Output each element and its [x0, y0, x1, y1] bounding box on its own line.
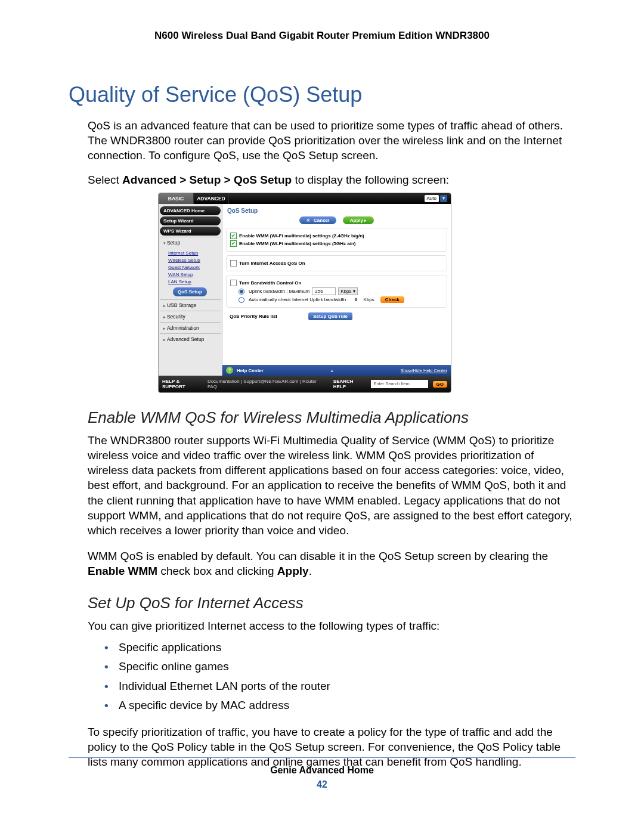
uplink-value-input[interactable]: 256 [312, 287, 336, 295]
sidebar-link-guest-network[interactable]: Guest Network [168, 265, 221, 270]
sidebar-item-wps-wizard[interactable]: WPS Wizard [160, 227, 221, 236]
page-footer: Genie Advanced Home 42 [0, 757, 644, 790]
sidebar-section-setup[interactable]: Setup [160, 237, 221, 248]
checkbox-wmm-5g[interactable]: ✔ [230, 240, 237, 247]
footer-chapter: Genie Advanced Home [0, 765, 644, 776]
traffic-type-list: Specific applications Specific online ga… [104, 638, 575, 715]
subheading-wmm: Enable WMM QoS for Wireless Multimedia A… [88, 408, 575, 427]
sidebar-section-security[interactable]: Security [160, 311, 221, 322]
check-bandwidth-button[interactable]: Check [380, 296, 404, 303]
wmm-paragraph-2: WMM QoS is enabled by default. You can d… [88, 549, 575, 578]
refresh-mode[interactable]: Auto [425, 195, 439, 202]
internet-qos-lead: You can give prioritized Internet access… [88, 618, 575, 633]
search-help-label: SEARCH HELP [333, 379, 367, 389]
uplink-unit-select[interactable]: Kbps ▾ [338, 287, 357, 295]
sidebar: ADVANCED Home Setup Wizard WPS Wizard Se… [159, 204, 222, 376]
help-support-label: HELP & SUPPORT [162, 379, 203, 389]
expand-help-icon[interactable]: ▲ [267, 368, 397, 373]
sidebar-link-lan-setup[interactable]: LAN Setup [168, 279, 221, 284]
list-item: Specific online games [104, 657, 575, 676]
rule-list-label: QoS Priority Rule list [230, 314, 277, 319]
radio-auto-uplink[interactable] [239, 297, 244, 303]
nav-path: Select Advanced > Setup > QoS Setup to d… [88, 174, 575, 187]
doc-header: N600 Wireless Dual Band Gigabit Router P… [69, 30, 575, 47]
subheading-internet-qos: Set Up QoS for Internet Access [88, 594, 575, 612]
tab-basic[interactable]: BASIC [159, 193, 194, 204]
sidebar-section-usb[interactable]: USB Storage [160, 299, 221, 311]
apply-button[interactable]: Apply [343, 216, 374, 224]
router-admin-screenshot: BASIC ADVANCED Auto ▾ ADVANCED Home Setu… [158, 193, 451, 393]
sidebar-link-qos-setup[interactable]: QoS Setup [173, 287, 207, 296]
checkbox-bandwidth-control[interactable]: ✔ [230, 280, 237, 286]
sidebar-item-advanced-home[interactable]: ADVANCED Home [160, 206, 221, 215]
setup-qos-rule-button[interactable]: Setup QoS rule [308, 312, 352, 320]
sidebar-section-admin[interactable]: Administration [160, 322, 221, 333]
panel-title: QoS Setup [222, 204, 451, 214]
search-go-button[interactable]: GO [433, 381, 447, 388]
intro-paragraph: QoS is an advanced feature that can be u… [88, 118, 575, 163]
checkbox-wmm-24g[interactable]: ✔ [230, 233, 237, 239]
sidebar-link-wan-setup[interactable]: WAN Setup [168, 272, 221, 277]
footer-page-number: 42 [0, 779, 644, 790]
page-title: Quality of Service (QoS) Setup [69, 82, 575, 107]
tab-advanced[interactable]: ADVANCED [194, 193, 229, 204]
sidebar-section-advanced-setup[interactable]: Advanced Setup [160, 333, 221, 345]
list-item: A specific device by MAC address [104, 696, 575, 715]
wmm-paragraph-1: The WNDR3800 router supports Wi-Fi Multi… [88, 433, 575, 538]
sidebar-link-internet-setup[interactable]: Internet Setup [168, 250, 221, 256]
cancel-button[interactable]: Cancel [299, 216, 336, 224]
sidebar-link-wireless-setup[interactable]: Wireless Setup [168, 258, 221, 263]
list-item: Individual Ethernet LAN ports of the rou… [104, 677, 575, 696]
radio-uplink[interactable] [239, 289, 244, 295]
search-help-input[interactable]: Enter Search Item [371, 380, 428, 388]
refresh-mode-caret-icon[interactable]: ▾ [440, 195, 447, 202]
checkbox-internet-qos[interactable]: ✔ [230, 260, 237, 267]
toggle-help-link[interactable]: Show/Hide Help Center [401, 368, 447, 373]
list-item: Specific applications [104, 638, 575, 657]
help-icon[interactable]: ? [226, 367, 233, 374]
help-support-links[interactable]: Documentation | Support@NETGEAR.com | Ro… [208, 379, 324, 389]
sidebar-item-setup-wizard[interactable]: Setup Wizard [160, 216, 221, 225]
help-center-label[interactable]: Help Center [237, 368, 264, 373]
